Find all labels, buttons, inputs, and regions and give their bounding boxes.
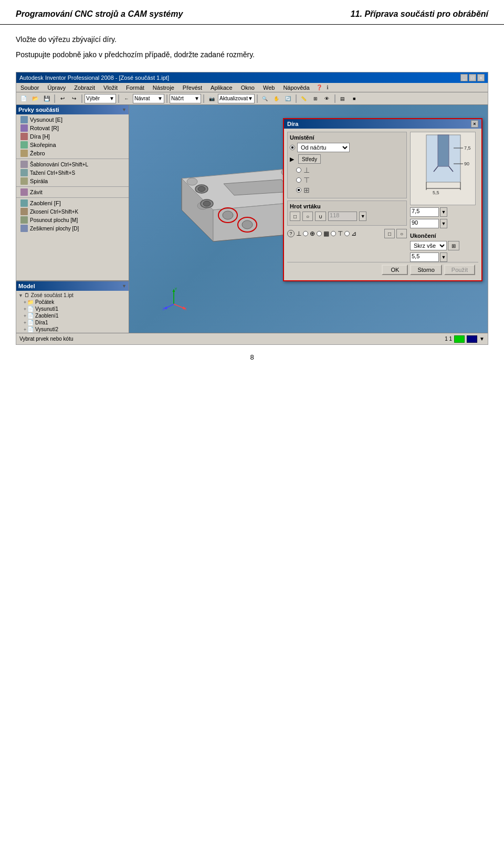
grid-button[interactable]: ⊞	[310, 94, 321, 103]
apply-button[interactable]: Použít	[444, 265, 475, 275]
panel-item-rotovat[interactable]: Rotovat [R]	[16, 124, 129, 132]
menu-vlozit[interactable]: Vložit	[101, 84, 120, 91]
menu-web[interactable]: Web	[261, 84, 277, 91]
viewport-3d[interactable]: Y X Z Díra ×	[129, 105, 488, 334]
nacrt-dropdown[interactable]: Náčrt ▼	[170, 94, 201, 103]
prvky-panel-header: Prvky součásti ▼	[16, 105, 129, 114]
panel-item-sablono[interactable]: Šablonování Ctrl+Shift+L	[16, 160, 129, 168]
panel-item-zkoseni[interactable]: Zkosení Ctrl+Shift+K	[16, 207, 129, 216]
menu-soubor[interactable]: Soubor	[18, 84, 41, 91]
aktualizovat-label: Aktualizovat	[219, 96, 248, 101]
panel-item-zaobleni[interactable]: Zaoblení [F]	[16, 199, 129, 207]
panel-item-zavit[interactable]: Závit	[16, 188, 129, 196]
camera-button[interactable]: 📷	[206, 94, 217, 103]
val2-input[interactable]: 90	[410, 219, 439, 228]
pan-button[interactable]: ✋	[271, 94, 282, 103]
model-panel-scroll[interactable]: ▼	[122, 283, 127, 289]
model-panel-header: Model ▼	[16, 281, 129, 291]
panel-scroll-icon[interactable]: ▼	[122, 107, 127, 112]
menu-prevest[interactable]: Převést	[181, 84, 204, 91]
panel-item-spirala[interactable]: Spirála	[16, 177, 129, 185]
save-button[interactable]: 💾	[41, 94, 52, 103]
tip-angle-input[interactable]: 118	[328, 212, 357, 221]
val2-arrow[interactable]: ▼	[440, 219, 447, 228]
aktualizovat-dropdown[interactable]: Aktualizovat ▼	[218, 94, 255, 103]
help-button[interactable]: ?	[287, 230, 295, 237]
val3-arrow[interactable]: ▼	[440, 252, 447, 262]
placement-radio3[interactable]	[296, 177, 301, 183]
panel-item-spirala-label: Spirála	[30, 178, 48, 184]
tip-btn1[interactable]: □	[290, 212, 300, 221]
placement-type-icon1: ⊥	[303, 166, 310, 174]
undo-button[interactable]: ↩	[57, 94, 68, 103]
panel-item-dira[interactable]: Díra [H]	[16, 132, 129, 141]
panel-item-zesikm[interactable]: Zešikmení plochy [D]	[16, 224, 129, 233]
model-item-vysunuti2[interactable]: + 📄 Vysunutí2	[16, 326, 129, 333]
menu-nastroje[interactable]: Nástroje	[151, 84, 176, 91]
bottom-circle-btn[interactable]: ○	[396, 229, 407, 238]
info-icon: ℹ	[327, 85, 329, 90]
menu-format[interactable]: Formát	[124, 84, 146, 91]
minimize-button[interactable]: _	[460, 74, 468, 81]
left-panel: Prvky součásti ▼ Vysunout [E] Rotovat [R…	[16, 105, 129, 334]
panel-item-posunout[interactable]: Posunout plochu [M]	[16, 216, 129, 224]
placement-radio1[interactable]	[290, 145, 295, 150]
cancel-button[interactable]: Storno	[410, 265, 442, 275]
bottom-radio1[interactable]	[303, 231, 308, 236]
placement-radio4[interactable]	[296, 187, 301, 193]
bottom-radio2[interactable]	[317, 231, 322, 236]
tree-expand-icon: ▼	[18, 293, 23, 298]
menu-upravy[interactable]: Úpravy	[45, 84, 68, 91]
stredy-button[interactable]: Středy	[298, 154, 321, 164]
open-button[interactable]: 📂	[30, 94, 40, 103]
placement-select[interactable]: Od náčrtu	[297, 143, 350, 152]
val1-arrow[interactable]: ▼	[440, 207, 447, 217]
menu-aplikace[interactable]: Aplikace	[208, 84, 235, 91]
select-dropdown[interactable]: Výběr ▼	[85, 94, 116, 103]
maximize-button[interactable]: □	[469, 74, 476, 81]
bottom-radio3[interactable]	[331, 231, 336, 236]
measure-button[interactable]: 📏	[299, 94, 309, 103]
placement-label: Umístění	[290, 134, 404, 141]
zoom-button[interactable]: 🔍	[260, 94, 270, 103]
menu-napoveda[interactable]: Nápověda	[281, 84, 311, 91]
dialog-close-button[interactable]: ×	[471, 120, 478, 128]
navrat-dropdown[interactable]: Návrat ▼	[133, 94, 164, 103]
bottom-check-btn[interactable]: □	[384, 229, 395, 238]
val1-input[interactable]: 7,5	[410, 207, 439, 217]
panel-item-tazeni[interactable]: Tažení Ctrl+Shift+S	[16, 168, 129, 177]
model-item-vysunuti1[interactable]: + 📄 Vysunutí1	[16, 305, 129, 312]
model-item-dira1[interactable]: + 📄 Díra1	[16, 319, 129, 326]
tip-angle-arrow[interactable]: ▼	[359, 212, 366, 221]
ukonceni-select[interactable]: Skrz vše	[410, 241, 447, 250]
val3-input[interactable]: 5,5	[410, 252, 439, 262]
wire-button[interactable]: ▤	[338, 94, 348, 103]
svg-text:90: 90	[464, 161, 469, 166]
statusbar-arrow: ▼	[479, 336, 485, 342]
ok-button[interactable]: OK	[382, 265, 408, 275]
placement-radio2[interactable]	[296, 167, 301, 173]
model-item-zaobleni1[interactable]: + 📄 Zaoblení1	[16, 312, 129, 319]
panel-divider2	[16, 186, 129, 187]
new-button[interactable]: 📄	[18, 94, 29, 103]
tip-btn3[interactable]: ∪	[315, 212, 326, 221]
view-button[interactable]: 👁	[322, 94, 332, 103]
hole-diagram-svg: 7,5 90 5,5	[410, 132, 476, 205]
bottom-radio4[interactable]	[344, 231, 350, 236]
shade-button[interactable]: ■	[349, 94, 360, 103]
ukonceni-icon-btn[interactable]: ⊞	[448, 241, 459, 250]
tip-btn2[interactable]: ○	[302, 212, 313, 221]
redo-button[interactable]: ↪	[69, 94, 79, 103]
close-button[interactable]: ×	[477, 74, 485, 81]
back-button[interactable]: ←	[121, 94, 132, 103]
model-item-root[interactable]: ▼ 🗒 Zosé součást 1.ipt	[16, 292, 129, 299]
menu-okno[interactable]: Okno	[239, 84, 257, 91]
panel-item-skorepina[interactable]: Skořepina	[16, 141, 129, 149]
rotate-button[interactable]: 🔄	[283, 94, 293, 103]
model-item-pocatek[interactable]: + 📁 Počátek	[16, 299, 129, 305]
content-line1: Vložte do výřezu zbývající díry.	[16, 34, 488, 45]
app-menubar: Soubor Úpravy Zobrazit Vložit Formát Nás…	[16, 83, 488, 92]
menu-zobrazit[interactable]: Zobrazit	[72, 84, 97, 91]
panel-item-zebro[interactable]: Žebro	[16, 149, 129, 157]
panel-item-vysunout[interactable]: Vysunout [E]	[16, 115, 129, 124]
